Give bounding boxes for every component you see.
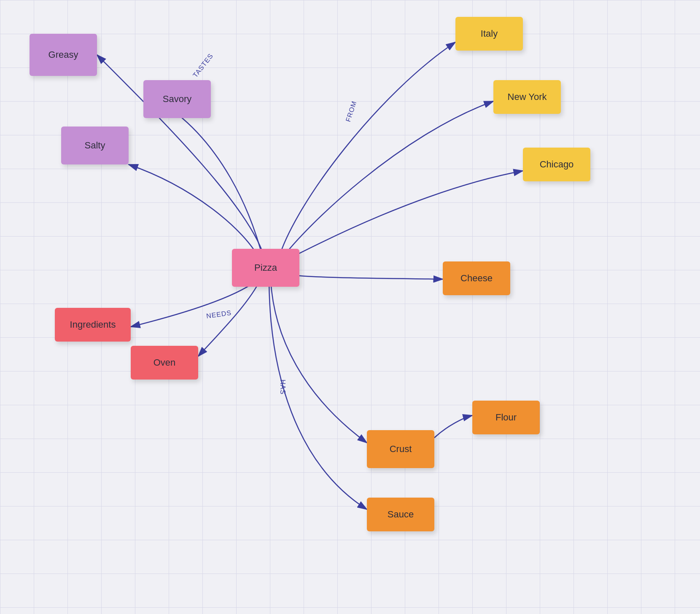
chicago-label: Chicago [540,159,574,170]
node-sauce[interactable]: Sauce [367,498,434,531]
sauce-label: Sauce [388,509,414,520]
node-greasy[interactable]: Greasy [30,34,97,76]
greasy-label: Greasy [48,49,78,60]
node-chicago[interactable]: Chicago [523,148,590,181]
node-salty[interactable]: Salty [61,127,129,164]
pizza-label: Pizza [254,262,277,273]
italy-label: Italy [481,28,498,39]
node-pizza[interactable]: Pizza [232,249,299,287]
node-italy[interactable]: Italy [455,17,523,51]
salty-label: Salty [85,140,105,151]
node-savory[interactable]: Savory [143,80,211,118]
node-cheese[interactable]: Cheese [443,261,510,295]
connections-svg: TASTES FROM NEEDS HAS [0,0,700,614]
node-ingredients[interactable]: Ingredients [55,308,131,342]
crust-label: Crust [390,444,412,455]
node-crust[interactable]: Crust [367,430,434,468]
needs-label: NEEDS [206,309,232,320]
has-label: HAS [279,380,286,395]
flour-label: Flour [495,412,517,423]
oven-label: Oven [153,357,176,368]
savory-label: Savory [163,94,191,105]
node-oven[interactable]: Oven [131,346,198,380]
cheese-label: Cheese [460,273,493,284]
from-label: FROM [345,100,358,123]
node-flour[interactable]: Flour [472,401,540,434]
node-newyork[interactable]: New York [493,80,561,114]
ingredients-label: Ingredients [70,319,116,330]
newyork-label: New York [508,92,547,102]
tastes-label: TASTES [191,52,215,79]
